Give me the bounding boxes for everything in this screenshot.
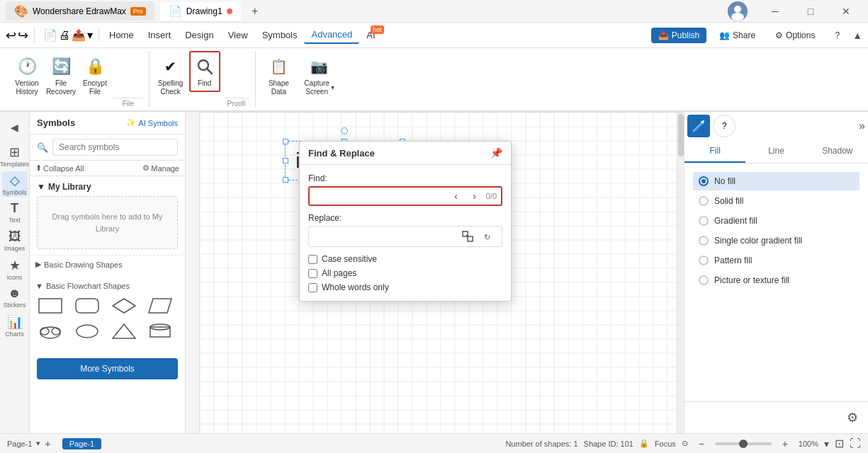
canvas-wrapper[interactable]: 110 120 130 140 150 iagram tool xyxy=(186,113,684,433)
fullscreen-button[interactable]: ⛶ xyxy=(850,437,861,450)
solid-fill-radio[interactable] xyxy=(699,196,709,206)
replace-resize-button[interactable] xyxy=(458,226,478,246)
tab-line[interactable]: Line xyxy=(745,140,806,163)
minimize-button[interactable]: ─ xyxy=(759,0,791,23)
add-page-button[interactable]: + xyxy=(45,438,50,449)
case-sensitive-checkbox[interactable]: Case sensitive xyxy=(308,254,502,264)
canvas-area[interactable]: 550 600 650 700 750 800 850 900 110 120 … xyxy=(186,112,684,433)
library-empty-area[interactable]: Drag symbols here to add to My Library xyxy=(37,196,178,249)
shape-triangle[interactable] xyxy=(109,320,139,343)
handle-ml[interactable] xyxy=(283,158,288,164)
dialog-pin-button[interactable]: 📌 xyxy=(490,147,502,159)
collapse-all-button[interactable]: ⬆ Collapse All xyxy=(35,164,84,173)
search-input[interactable] xyxy=(52,139,178,156)
gradient-fill-radio[interactable] xyxy=(699,216,709,226)
export-button[interactable]: 📤 xyxy=(72,28,86,42)
current-page-tab[interactable]: Page-1 xyxy=(62,438,101,449)
pattern-fill-radio[interactable] xyxy=(699,256,709,265)
whole-words-checkbox[interactable]: Whole words only xyxy=(308,282,502,292)
menu-symbols[interactable]: Symbols xyxy=(255,27,305,43)
replace-input[interactable] xyxy=(309,228,458,245)
picture-texture-fill-radio[interactable] xyxy=(699,275,709,285)
menu-insert[interactable]: Insert xyxy=(141,27,179,43)
gradient-fill-option[interactable]: Gradient fill xyxy=(693,212,859,230)
publish-button[interactable]: 📤 Publish xyxy=(651,28,706,43)
shape-diamond[interactable] xyxy=(109,294,139,317)
page-setup-button[interactable]: 📄 xyxy=(43,28,57,42)
manage-button[interactable]: ⚙ Manage xyxy=(142,164,179,173)
print-button[interactable]: 🖨 xyxy=(59,29,70,42)
app-icon-tab[interactable]: 🎨 Wondershare EdrawMax Pro xyxy=(6,1,154,21)
ribbon-encrypt-file[interactable]: 🔒 EncryptFile xyxy=(79,51,111,101)
ribbon-shape-data[interactable]: 📋 ShapeData xyxy=(261,51,295,101)
right-panel-help-button[interactable]: ? xyxy=(713,115,735,137)
find-prev-button[interactable]: ‹ xyxy=(448,188,465,205)
tab-shadow[interactable]: Shadow xyxy=(807,140,868,163)
ribbon-version-history[interactable]: 🕐 VersionHistory xyxy=(11,51,43,101)
tab-fill[interactable]: Fill xyxy=(684,140,745,163)
ribbon-file-recovery[interactable]: 🔄 FileRecovery xyxy=(45,51,77,101)
shape-oval[interactable] xyxy=(72,320,102,343)
more-symbols-button[interactable]: More Symbols xyxy=(37,358,178,379)
handle-tl[interactable] xyxy=(283,139,288,144)
ai-symbols-button[interactable]: ✨ AI Symbols xyxy=(126,118,178,127)
help-button[interactable]: ? xyxy=(828,28,847,43)
zoom-dropdown-button[interactable]: ▾ xyxy=(824,438,829,449)
sidebar-item-text[interactable]: T Text xyxy=(2,200,28,225)
single-color-gradient-option[interactable]: Single color gradient fill xyxy=(693,231,859,250)
ribbon-spelling-check[interactable]: ✔ SpellingCheck xyxy=(155,51,186,101)
sidebar-collapse-button[interactable]: ◀ xyxy=(2,115,28,140)
menu-ai[interactable]: AI hot xyxy=(359,27,382,43)
right-panel-expand-button[interactable]: » xyxy=(859,120,865,132)
whole-words-input[interactable] xyxy=(308,283,317,292)
ribbon-collapse-button[interactable]: ▲ xyxy=(852,30,862,41)
solid-fill-option[interactable]: Solid fill xyxy=(693,192,859,210)
library-expand-icon[interactable]: ▼ xyxy=(37,182,45,192)
avatar[interactable] xyxy=(728,1,748,21)
shape-cloud[interactable] xyxy=(35,320,65,343)
close-button[interactable]: ✕ xyxy=(830,0,862,23)
fill-panel-icon[interactable] xyxy=(687,115,710,137)
no-fill-option[interactable]: No fill xyxy=(693,172,859,190)
handle-bl[interactable] xyxy=(283,177,288,183)
share-button[interactable]: 👥 Share xyxy=(712,28,762,43)
zoom-thumb[interactable] xyxy=(739,440,748,448)
no-fill-radio[interactable] xyxy=(699,176,709,186)
sidebar-item-stickers[interactable]: ☻ Stickers xyxy=(2,285,28,310)
replace-all-button[interactable]: ↻ xyxy=(479,226,499,246)
sidebar-item-icons[interactable]: ★ Icons xyxy=(2,256,28,282)
sidebar-item-charts[interactable]: 📊 Charts xyxy=(2,313,28,338)
drawing-tab[interactable]: 📄 Drawing1 xyxy=(160,2,241,21)
rotate-handle[interactable] xyxy=(341,127,348,134)
scrollbar-thumb[interactable] xyxy=(678,114,684,156)
panel-settings-button[interactable]: ⚙ xyxy=(842,408,862,428)
shape-cylinder[interactable] xyxy=(145,320,175,343)
maximize-button[interactable]: □ xyxy=(794,0,827,23)
scrollbar-vertical[interactable] xyxy=(677,113,684,433)
options-button[interactable]: ⚙ Options xyxy=(768,28,822,43)
find-input[interactable] xyxy=(310,188,448,205)
zoom-in-button[interactable]: + xyxy=(777,436,793,452)
find-next-button[interactable]: › xyxy=(466,188,483,205)
undo-button[interactable]: ↩ xyxy=(6,28,16,43)
shape-rounded-rect[interactable] xyxy=(72,294,102,317)
fit-page-button[interactable]: ⊡ xyxy=(835,437,844,450)
shape-rectangle[interactable] xyxy=(35,294,65,317)
basic-drawing-toggle[interactable]: ▶ Basic Drawing Shapes xyxy=(35,260,179,269)
basic-flowchart-toggle[interactable]: ▼ Basic Flowchart Shapes xyxy=(35,282,179,290)
shape-parallelogram[interactable] xyxy=(145,294,175,317)
single-color-gradient-radio[interactable] xyxy=(699,236,709,246)
page-dropdown-button[interactable]: ▾ xyxy=(36,439,40,448)
canvas-grid[interactable]: iagram tool xyxy=(200,113,684,433)
redo-button[interactable]: ↪ xyxy=(18,28,28,43)
all-pages-input[interactable] xyxy=(308,269,317,278)
zoom-out-button[interactable]: − xyxy=(694,436,709,452)
export-dropdown[interactable]: ▾ xyxy=(87,28,93,42)
menu-view[interactable]: View xyxy=(221,27,255,43)
picture-texture-fill-option[interactable]: Picture or texture fill xyxy=(693,271,859,289)
new-tab-button[interactable]: + xyxy=(247,3,264,20)
menu-home[interactable]: Home xyxy=(102,27,141,43)
ribbon-capture-screen[interactable]: 📷 CaptureScreen ▾ xyxy=(298,51,340,101)
pattern-fill-option[interactable]: Pattern fill xyxy=(693,251,859,270)
sidebar-item-templates[interactable]: ⊞ Templates xyxy=(2,143,28,168)
